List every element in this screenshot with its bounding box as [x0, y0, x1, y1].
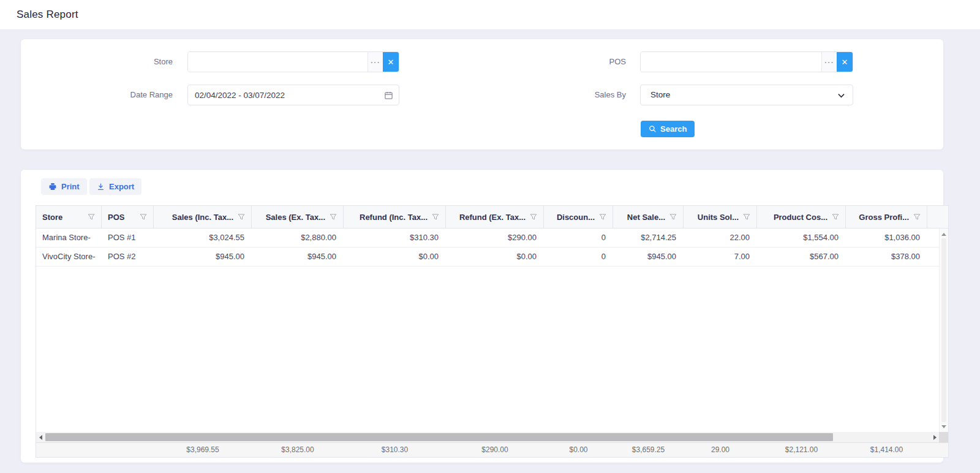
column-header-pos[interactable]: POS — [102, 206, 154, 228]
scroll-up-arrow-icon[interactable] — [940, 230, 948, 238]
close-icon: ✕ — [842, 58, 848, 67]
table-cell: $2,880.00 — [252, 229, 344, 247]
vertical-scrollbar[interactable] — [939, 229, 948, 432]
pos-input[interactable] — [641, 52, 821, 72]
filter-icon[interactable] — [238, 213, 245, 221]
table-cell: $1,036.00 — [846, 229, 927, 247]
column-header-product-cos[interactable]: Product Cos... — [757, 206, 846, 228]
filter-icon[interactable] — [530, 213, 537, 221]
column-header-units-sol[interactable]: Units Sol... — [684, 206, 757, 228]
column-header-gross-profi[interactable]: Gross Profi... — [846, 206, 927, 228]
column-header-label: Sales (Inc. Tax... — [172, 213, 233, 222]
total-cell: $1,414.00 — [846, 443, 927, 457]
table-row[interactable]: Marina Store-POS #1$3,024.55$2,880.00$31… — [36, 229, 939, 248]
pos-input-group: ··· ✕ — [640, 51, 853, 72]
scroll-right-arrow-icon[interactable] — [930, 432, 939, 442]
scroll-left-arrow-icon[interactable] — [36, 432, 45, 442]
grid-body: Marina Store-POS #1$3,024.55$2,880.00$31… — [36, 229, 939, 432]
column-header-label: Product Cos... — [774, 213, 827, 222]
page-title: Sales Report — [17, 0, 78, 29]
calendar-icon[interactable] — [384, 91, 393, 100]
table-cell: 22.00 — [684, 229, 757, 247]
store-input-group: ··· ✕ — [187, 51, 399, 72]
data-grid: StorePOSSales (Inc. Tax...Sales (Ex. Tax… — [36, 205, 949, 458]
store-input[interactable] — [188, 52, 368, 72]
column-header-sales-inc-tax[interactable]: Sales (Inc. Tax... — [154, 206, 252, 228]
filter-icon[interactable] — [599, 213, 606, 221]
filter-icon[interactable] — [330, 213, 337, 221]
table-cell: $0.00 — [446, 248, 544, 266]
report-panel: Print Export StorePOSSales (Inc. Tax...S… — [21, 170, 943, 463]
table-cell: $310.30 — [344, 229, 446, 247]
total-cell: $3,825.00 — [252, 443, 344, 457]
column-header-net-sale[interactable]: Net Sale... — [613, 206, 684, 228]
filter-icon[interactable] — [140, 213, 147, 221]
grid-header: StorePOSSales (Inc. Tax...Sales (Ex. Tax… — [36, 206, 948, 229]
table-cell: $2,714.25 — [613, 229, 684, 247]
total-cell: $3,969.55 — [154, 443, 252, 457]
ellipsis-icon: ··· — [824, 58, 834, 67]
total-cell: $310.30 — [344, 443, 446, 457]
store-label: Store — [98, 51, 173, 72]
table-cell: $290.00 — [446, 229, 544, 247]
total-cell: 29.00 — [684, 443, 757, 457]
search-button-label: Search — [660, 124, 687, 134]
horizontal-scrollbar[interactable] — [36, 432, 939, 442]
column-header-label: Refund (Ex. Tax... — [459, 213, 526, 222]
horizontal-scrollbar-thumb[interactable] — [45, 433, 833, 441]
column-header-label: Store — [42, 213, 62, 222]
table-cell: POS #2 — [102, 248, 154, 266]
table-cell: $1,554.00 — [757, 229, 846, 247]
total-cell — [102, 443, 154, 457]
filter-icon[interactable] — [832, 213, 839, 221]
store-ellipsis-button[interactable]: ··· — [368, 52, 383, 72]
total-cell — [36, 443, 102, 457]
table-cell: VivoCity Store- — [36, 248, 102, 266]
print-button[interactable]: Print — [41, 178, 87, 195]
table-cell: $567.00 — [757, 248, 846, 266]
column-header-store[interactable]: Store — [36, 206, 102, 228]
sales-by-label: Sales By — [551, 85, 626, 105]
column-header-refund-inc-tax[interactable]: Refund (Inc. Tax... — [344, 206, 446, 228]
table-row[interactable]: VivoCity Store-POS #2$945.00$945.00$0.00… — [36, 248, 939, 267]
search-button[interactable]: Search — [641, 121, 695, 137]
column-header-refund-ex-tax[interactable]: Refund (Ex. Tax... — [446, 206, 544, 228]
table-cell: $3,024.55 — [154, 229, 252, 247]
table-cell: 0 — [544, 229, 613, 247]
chevron-down-icon — [838, 93, 845, 98]
scroll-down-arrow-icon[interactable] — [940, 422, 948, 431]
date-range-input[interactable] — [188, 85, 399, 105]
printer-icon — [48, 183, 57, 191]
filter-icon[interactable] — [669, 213, 677, 221]
total-cell: $0.00 — [544, 443, 613, 457]
print-button-label: Print — [61, 182, 80, 191]
column-header-label: Discoun... — [557, 213, 595, 222]
sales-by-select[interactable]: Store — [640, 85, 853, 105]
pos-label: POS — [551, 51, 626, 72]
total-cell: $3,659.25 — [613, 443, 684, 457]
grid-totals-row: $3,969.55$3,825.00$310.30$290.00$0.00$3,… — [36, 442, 948, 457]
table-cell: $945.00 — [252, 248, 344, 266]
table-cell: 0 — [544, 248, 613, 266]
close-icon: ✕ — [388, 58, 394, 67]
vertical-scrollbar-thumb[interactable] — [941, 238, 946, 422]
column-header-discoun[interactable]: Discoun... — [544, 206, 613, 228]
export-button[interactable]: Export — [89, 178, 141, 195]
date-range-box — [187, 85, 399, 105]
filter-icon[interactable] — [743, 213, 750, 221]
table-cell: $945.00 — [613, 248, 684, 266]
scrollbar-corner — [939, 432, 948, 442]
column-header-label: Units Sol... — [698, 213, 739, 222]
store-clear-button[interactable]: ✕ — [383, 52, 399, 72]
filter-icon[interactable] — [913, 213, 921, 221]
pos-ellipsis-button[interactable]: ··· — [821, 52, 837, 72]
horizontal-scrollbar-track[interactable] — [45, 432, 930, 442]
total-cell: $290.00 — [446, 443, 544, 457]
column-header-sales-ex-tax[interactable]: Sales (Ex. Tax... — [252, 206, 344, 228]
filter-icon[interactable] — [88, 213, 95, 221]
pos-clear-button[interactable]: ✕ — [837, 52, 853, 72]
top-bar: Sales Report — [0, 0, 980, 30]
sales-by-value: Store — [650, 85, 670, 105]
search-icon — [649, 125, 657, 133]
filter-icon[interactable] — [432, 213, 439, 221]
